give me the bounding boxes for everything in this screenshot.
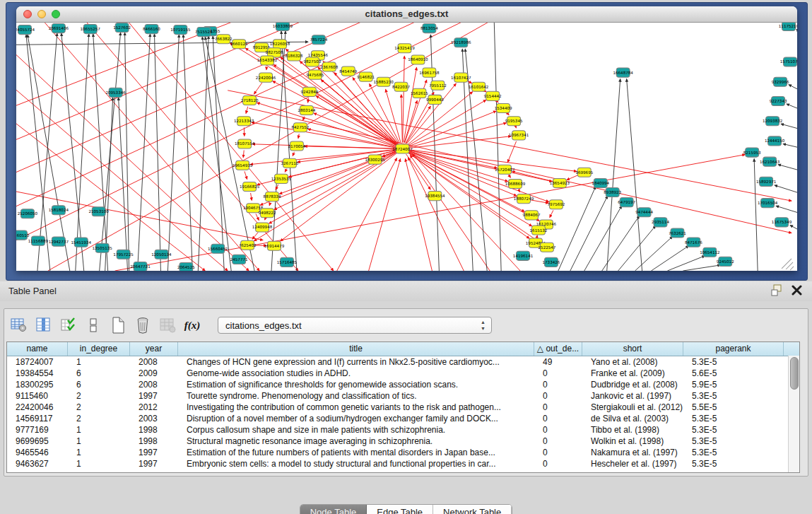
graph-edge[interactable] [406, 159, 433, 271]
graph-edge[interactable] [776, 206, 797, 214]
graph-edge[interactable] [245, 171, 247, 179]
table-row[interactable]: 1872400712008Changes of HCN gene express… [7, 356, 799, 368]
graph-edge[interactable] [627, 79, 642, 271]
graph-edge[interactable] [213, 36, 224, 271]
graph-edge[interactable] [507, 141, 516, 163]
graph-edge[interactable] [783, 144, 797, 148]
graph-edge[interactable] [558, 187, 596, 271]
table-row[interactable]: 1456911722003Disruption of a novel membe… [7, 413, 799, 424]
table-settings-icon[interactable] [10, 316, 28, 334]
graph-edge[interactable] [243, 150, 244, 157]
graph-edge[interactable] [254, 83, 262, 94]
graph-edge[interactable] [618, 226, 656, 271]
graph-edge[interactable] [16, 48, 249, 271]
graph-edge[interactable] [37, 23, 259, 271]
table-row[interactable]: 977716911998Corpus callosum shape and si… [7, 424, 799, 436]
graph-edge[interactable] [246, 107, 248, 114]
graph-edge[interactable] [305, 146, 396, 148]
tab-node-table[interactable]: Node Table [300, 505, 367, 514]
graph-edge[interactable] [781, 124, 797, 130]
graph-edge[interactable] [251, 193, 252, 200]
column-header-outde[interactable]: △ out_de... [534, 342, 582, 356]
graph-edge[interactable] [252, 122, 396, 148]
select-rows-icon[interactable] [59, 316, 78, 334]
graph-edge[interactable] [26, 35, 50, 271]
window-resize-grip[interactable] [782, 259, 794, 270]
graph-edge[interactable] [403, 56, 405, 142]
graph-edge[interactable] [271, 31, 286, 271]
table-row[interactable]: 2242004622012Investigating the contribut… [7, 402, 799, 413]
graph-edge[interactable] [369, 159, 401, 271]
graph-edge[interactable] [93, 34, 108, 271]
column-header-title[interactable]: title [178, 342, 534, 356]
graph-edge[interactable] [298, 134, 299, 138]
graph-edge[interactable] [303, 117, 305, 120]
select-column-icon[interactable] [35, 316, 53, 334]
graph-edge[interactable] [16, 23, 432, 209]
table-scrollbar-thumb[interactable] [790, 357, 799, 390]
graph-edge[interactable] [584, 206, 622, 271]
graph-edge[interactable] [337, 158, 397, 271]
graph-edge[interactable] [509, 175, 511, 177]
graph-edge[interactable] [790, 225, 797, 233]
column-header-short[interactable]: short [582, 342, 683, 356]
new-file-icon[interactable] [109, 316, 127, 334]
graph-edge[interactable] [183, 35, 192, 271]
graph-edge[interactable] [408, 136, 511, 148]
graph-edge[interactable] [778, 165, 797, 172]
graph-edge[interactable] [494, 23, 501, 271]
table-row[interactable]: 969969511998Structural magnetic resonanc… [7, 436, 799, 447]
graph-edge[interactable] [507, 113, 509, 115]
graph-edge[interactable] [410, 156, 490, 271]
table-row[interactable]: 1830029562008Estimation of significance … [7, 379, 799, 390]
graph-edge[interactable] [602, 216, 640, 271]
graph-edge[interactable] [154, 34, 160, 271]
column-header-indegree[interactable]: in_degree [68, 342, 130, 356]
import-table-icon[interactable] [158, 316, 177, 334]
graph-edge[interactable] [316, 96, 397, 146]
rows-icon[interactable] [84, 316, 102, 334]
graph-edge[interactable] [570, 196, 608, 271]
graph-edge[interactable] [100, 33, 121, 271]
graph-edge[interactable] [269, 203, 270, 206]
graph-edge[interactable] [167, 35, 179, 271]
table-row[interactable]: 1938455462009Genome-wide association stu… [7, 368, 799, 379]
table-row[interactable]: 946362711997Embryonic stem cells: a mode… [7, 458, 799, 469]
graph-edge[interactable] [652, 246, 689, 271]
graph-edge[interactable] [567, 175, 579, 180]
network-canvas[interactable]: 1872400718300295193845547663822966012589… [16, 23, 797, 271]
graph-edge[interactable] [293, 152, 294, 156]
graph-edge[interactable] [28, 35, 70, 271]
window-titlebar[interactable]: citations_edges.txt [16, 6, 797, 23]
graph-edge[interactable] [796, 29, 797, 38]
graph-edge[interactable] [789, 85, 797, 93]
graph-edge[interactable] [285, 169, 286, 172]
delete-icon[interactable] [134, 316, 152, 334]
float-panel-icon[interactable] [771, 284, 783, 296]
column-header-name[interactable]: name [7, 342, 68, 356]
graph-edge[interactable] [550, 210, 553, 217]
graph-edge[interactable] [401, 95, 403, 143]
graph-edge[interactable] [202, 37, 231, 271]
graph-edge[interactable] [249, 108, 792, 233]
column-header-pagerank[interactable]: pagerank [683, 342, 784, 356]
graph-edge[interactable] [754, 159, 758, 271]
column-header-year[interactable]: year [130, 342, 178, 356]
graph-edge[interactable] [198, 36, 208, 271]
graph-edge[interactable] [787, 104, 797, 111]
function-icon[interactable]: f(x) [183, 316, 201, 334]
graph-edge[interactable] [252, 232, 258, 239]
graph-edge[interactable] [775, 185, 797, 194]
graph-edge[interactable] [607, 79, 620, 271]
table-select-dropdown[interactable]: citations_edges.txt ▲▼ [218, 317, 492, 334]
table-row[interactable]: 946554611997Estimation of the future num… [7, 447, 799, 458]
graph-edge[interactable] [404, 67, 416, 142]
graph-edge[interactable] [497, 101, 498, 103]
graph-edge[interactable] [138, 34, 151, 271]
tab-edge-table[interactable]: Edge Table [367, 505, 433, 514]
table-row[interactable]: 911546021997Tourette syndrome. Phenomeno… [7, 390, 799, 402]
close-panel-icon[interactable] [792, 285, 802, 296]
graph-edge[interactable] [76, 34, 89, 271]
citation-network-graph[interactable]: 1872400718300295193845547663822966012589… [16, 23, 797, 271]
table-scrollbar[interactable] [788, 356, 799, 472]
